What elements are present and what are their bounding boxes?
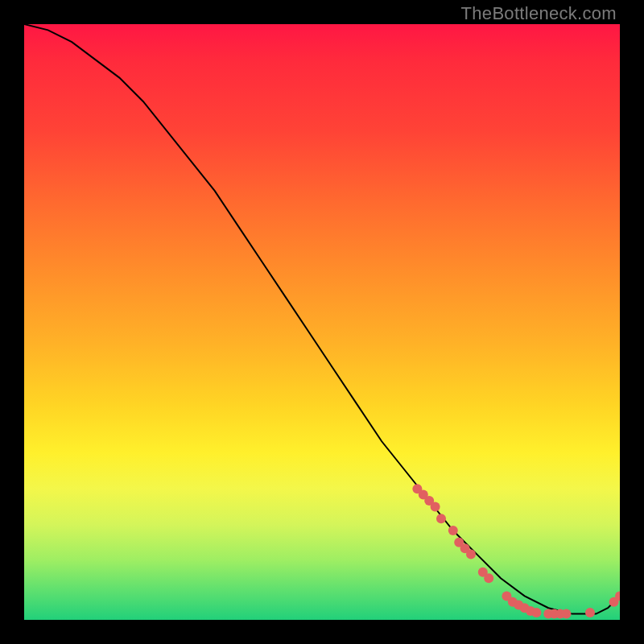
plot-area (24, 24, 620, 620)
chart-frame: TheBottleneck.com (0, 0, 644, 644)
data-markers (412, 484, 620, 618)
data-point (531, 608, 541, 617)
data-point (585, 608, 595, 617)
data-point (448, 526, 458, 535)
watermark-text: TheBottleneck.com (461, 3, 617, 24)
data-point (431, 502, 440, 511)
chart-svg (24, 24, 620, 620)
data-point (436, 514, 446, 523)
data-point (561, 609, 571, 619)
data-point (484, 573, 493, 583)
line-series (24, 24, 620, 614)
data-point (466, 550, 476, 559)
